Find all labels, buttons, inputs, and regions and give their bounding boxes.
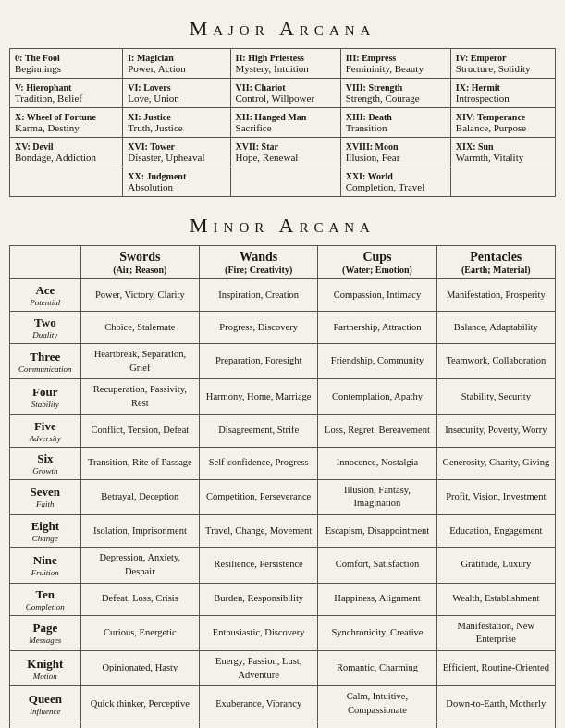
- meaning-cell: Choice, Stalemate: [80, 312, 199, 344]
- major-arcana-cell: III: EmpressFemininity, Beauty: [340, 49, 450, 79]
- meaning-cell: Harmony, Home, Marriage: [200, 379, 318, 414]
- rank-cell: TenCompletion: [10, 583, 81, 615]
- meaning-cell: Burden, Responsibility: [200, 583, 318, 615]
- meaning-cell: Defeat, Loss, Crisis: [80, 583, 199, 615]
- rank-cell: KnightMotion: [10, 650, 81, 685]
- major-arcana-cell: XVII: StarHope, Renewal: [230, 138, 340, 167]
- meaning-cell: Energy, Passion, Lust, Adventure: [200, 650, 318, 685]
- meaning-cell: Contemplation, Apathy: [318, 379, 436, 414]
- meaning-cell: Recuperation, Passivity, Rest: [80, 379, 199, 414]
- major-arcana-cell: XI: JusticeTruth, Justice: [123, 108, 230, 138]
- meaning-cell: Progress, Discovery: [200, 312, 318, 344]
- meaning-cell: Comfort, Satisfaction: [318, 548, 436, 583]
- major-arcana-cell: XIV: TemperanceBalance, Purpose: [450, 108, 555, 138]
- major-arcana-cell: 0: The FoolBeginnings: [10, 49, 123, 79]
- major-arcana-cell: [10, 167, 123, 197]
- meaning-cell: Innocence, Nostalgia: [318, 447, 436, 479]
- meaning-cell: Exuberance, Vibrancy: [200, 686, 318, 722]
- rank-cell: AcePotential: [10, 279, 81, 312]
- meaning-cell: Teamwork, Collaboration: [436, 344, 555, 379]
- meaning-cell: Isolation, Imprisonment: [80, 515, 199, 548]
- meaning-cell: Friendship, Community: [318, 344, 436, 379]
- meaning-cell: Insecurity, Poverty, Worry: [436, 414, 555, 447]
- meaning-cell: Escapism, Disappointment: [318, 515, 436, 548]
- major-arcana-cell: VII: ChariotControl, Willpower: [230, 79, 340, 108]
- meaning-cell: Power, Victory, Clarity: [80, 279, 199, 312]
- rank-cell: SixGrowth: [10, 447, 81, 479]
- meaning-cell: Profit, Vision, Investment: [436, 479, 555, 514]
- major-arcana-cell: XVIII: MoonIllusion, Fear: [340, 138, 450, 167]
- meaning-cell: Partnership, Attraction: [318, 312, 436, 344]
- meaning-cell: Synchronicity, Creative: [318, 615, 436, 650]
- meaning-cell: Happiness, Alignment: [318, 583, 436, 615]
- meaning-cell: Preparation, Foresight: [200, 344, 318, 379]
- meaning-cell: Inspiration, Creation: [200, 279, 318, 312]
- meaning-cell: Balance, Adaptability: [436, 312, 555, 344]
- meaning-cell: Manifestation, New Enterprise: [436, 615, 555, 650]
- major-arcana-cell: XII: Hanged ManSacrifice: [230, 108, 340, 138]
- rank-cell: EightChange: [10, 515, 81, 548]
- meaning-cell: Heartbreak, Separation, Grief: [80, 344, 199, 379]
- meaning-cell: Opinionated, Hasty: [80, 650, 199, 685]
- rank-cell: NineFruition: [10, 548, 81, 583]
- rank-cell: FourStability: [10, 379, 81, 414]
- meaning-cell: Travel, Change, Movement: [200, 515, 318, 548]
- minor-arcana-rank-header: [10, 246, 81, 279]
- meaning-cell: Stability, Security: [436, 379, 555, 414]
- major-arcana-cell: [450, 167, 555, 197]
- rank-cell: KingAuthority: [10, 722, 81, 728]
- major-arcana-table: 0: The FoolBeginningsI: MagicianPower, A…: [9, 48, 556, 197]
- suit-header: Pentacles(Earth; Material): [436, 246, 555, 279]
- rank-cell: QueenInfluence: [10, 686, 81, 722]
- major-arcana-cell: XX: JudgmentAbsolution: [123, 167, 230, 197]
- rank-cell: ThreeCommunication: [10, 344, 81, 379]
- meaning-cell: Conflict, Tension, Defeat: [80, 414, 199, 447]
- meaning-cell: Loss, Regret, Bereavement: [318, 414, 436, 447]
- major-arcana-cell: VI: LoversLove, Union: [123, 79, 230, 108]
- meaning-cell: Education, Engagement: [436, 515, 555, 548]
- rank-cell: PageMessages: [10, 615, 81, 650]
- meaning-cell: Curious, Energetic: [80, 615, 199, 650]
- major-arcana-cell: II: High PriestessMystery, Intuition: [230, 49, 340, 79]
- suit-header: Swords(Air; Reason): [80, 246, 199, 279]
- meaning-cell: Generosity, Charity, Giving: [436, 447, 555, 479]
- minor-arcana-table: Swords(Air; Reason)Wands(Fire; Creativit…: [9, 245, 556, 728]
- major-arcana-cell: XXI: WorldCompletion, Travel: [340, 167, 450, 197]
- meaning-cell: Depression, Anxiety, Despair: [80, 548, 199, 583]
- meaning-cell: Calm, Intuitive, Compassionate: [318, 686, 436, 722]
- major-arcana-cell: X: Wheel of FortuneKarma, Destiny: [10, 108, 123, 138]
- major-arcana-cell: XIII: DeathTransition: [340, 108, 450, 138]
- meaning-cell: Illusion, Fantasy, Imagination: [318, 479, 436, 514]
- meaning-cell: Disciplined, Controlling: [436, 722, 555, 728]
- meaning-cell: Wealth, Establishment: [436, 583, 555, 615]
- rank-cell: FiveAdversity: [10, 414, 81, 447]
- major-arcana-cell: IX: HermitIntrospection: [450, 79, 555, 108]
- major-arcana-cell: I: MagicianPower, Action: [123, 49, 230, 79]
- meaning-cell: Down-to-Earth, Motherly: [436, 686, 555, 722]
- major-arcana-cell: IV: EmperorStructure, Solidity: [450, 49, 555, 79]
- meaning-cell: Transition, Rite of Passage: [80, 447, 199, 479]
- meaning-cell: Self-confidence, Progress: [200, 447, 318, 479]
- meaning-cell: Visionary, Entrepreneur: [200, 722, 318, 728]
- rank-cell: SevenFaith: [10, 479, 81, 514]
- major-arcana-title: Major Arcana: [9, 17, 556, 41]
- meaning-cell: Disagreement, Strife: [200, 414, 318, 447]
- major-arcana-cell: XVI: TowerDisaster, Upheaval: [123, 138, 230, 167]
- meaning-cell: Competition, Perseverance: [200, 479, 318, 514]
- meaning-cell: Quick thinker, Perceptive: [80, 686, 199, 722]
- suit-header: Wands(Fire; Creativity): [200, 246, 318, 279]
- meaning-cell: Emotionally-balanced: [318, 722, 436, 728]
- meaning-cell: Romantic, Charming: [318, 650, 436, 685]
- meaning-cell: Manifestation, Prosperity: [436, 279, 555, 312]
- meaning-cell: Clear-thinking, Intellectual: [80, 722, 199, 728]
- minor-arcana-title: Minor Arcana: [9, 214, 556, 238]
- meaning-cell: Enthusiastic, Discovery: [200, 615, 318, 650]
- major-arcana-cell: V: HierophantTradition, Belief: [10, 79, 123, 108]
- suit-header: Cups(Water; Emotion): [318, 246, 436, 279]
- rank-cell: TwoDuality: [10, 312, 81, 344]
- major-arcana-cell: XV: DevilBondage, Addiction: [10, 138, 123, 167]
- major-arcana-cell: [230, 167, 340, 197]
- meaning-cell: Efficient, Routine-Oriented: [436, 650, 555, 685]
- major-arcana-cell: XIX: SunWarmth, Vitality: [450, 138, 555, 167]
- meaning-cell: Gratitude, Luxury: [436, 548, 555, 583]
